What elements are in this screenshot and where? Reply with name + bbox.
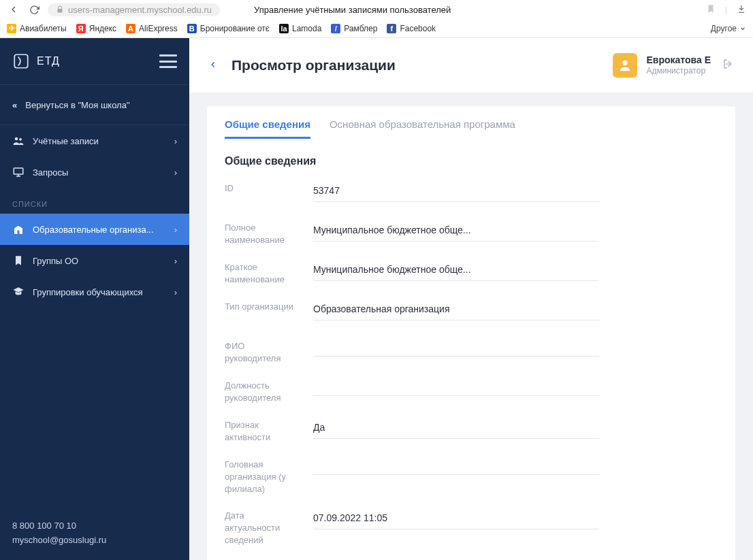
field-label: ФИО руководителя <box>225 340 300 365</box>
svg-point-1 <box>15 137 18 141</box>
field-label: ID <box>225 182 300 195</box>
svg-point-5 <box>622 61 627 65</box>
chevron-down-icon <box>739 25 746 32</box>
svg-rect-0 <box>14 54 28 68</box>
brand[interactable]: ЕТД <box>12 52 60 70</box>
address-bar[interactable]: users-management.myschool.edu.ru <box>48 3 220 16</box>
sidebar-footer: 8 800 100 70 10 myschool@gosuslugi.ru <box>0 519 189 560</box>
graduation-icon <box>12 286 25 298</box>
sidebar-item-requests[interactable]: Запросы › <box>0 157 189 188</box>
field-value <box>313 380 599 396</box>
tab-program[interactable]: Основная образовательная программа <box>330 118 515 139</box>
bookmark-aliexpress[interactable]: AAliExpress <box>126 24 178 33</box>
bookmark-booking[interactable]: BБронирование отє <box>187 24 270 33</box>
field-value <box>313 459 599 475</box>
field-label: Краткое наименование <box>225 261 300 286</box>
svg-rect-3 <box>14 168 23 174</box>
svg-rect-4 <box>18 231 20 234</box>
browser-toolbar: users-management.myschool.edu.ru Управле… <box>0 0 753 19</box>
field-full-name: Полное наименование Муниципальное бюджет… <box>225 215 718 254</box>
bookmarks-bar: ✈Авиабилеты ЯЯндекс AAliExpress BБрониро… <box>0 19 753 38</box>
field-value: Да <box>313 419 599 439</box>
page-title: Просмотр организации <box>231 57 396 73</box>
lock-icon <box>56 5 64 14</box>
section-title: Общие сведения <box>207 139 735 171</box>
field-label: Признак активности <box>225 419 300 444</box>
field-label: Дата актуальности сведений <box>225 510 300 547</box>
tabs: Общие сведения Основная образовательная … <box>207 106 735 139</box>
field-id: ID 53747 <box>225 176 718 215</box>
field-label: Должность руководителя <box>225 380 300 404</box>
bookmark-lamoda[interactable]: laLamoda <box>279 24 321 33</box>
user-block: Еврокатова Е Администратор <box>647 54 711 77</box>
field-label: Головная организация (у филиала) <box>225 459 300 496</box>
field-head-position: Должность руководителя <box>225 373 718 412</box>
field-active: Признак активности Да <box>225 412 718 452</box>
field-value: Муниципальное бюджетное обще... <box>313 261 599 281</box>
field-parent-org: Головная организация (у филиала) <box>225 452 718 503</box>
bookmark-icon[interactable] <box>706 4 716 16</box>
contact-email: myschool@gosuslugi.ru <box>12 533 177 548</box>
field-label: Полное наименование <box>225 222 300 246</box>
field-short-name: Краткое наименование Муниципальное бюдже… <box>225 254 718 294</box>
sidebar-item-student-groups[interactable]: Группировки обучающихся › <box>0 276 189 308</box>
chevron-right-icon: › <box>174 225 177 235</box>
panel-area: Общие сведения Основная образовательная … <box>189 93 753 560</box>
content: Просмотр организации Еврокатова Е Админи… <box>189 38 753 560</box>
back-browser-button[interactable] <box>7 3 20 16</box>
field-value: Муниципальное бюджетное обще... <box>313 222 599 242</box>
user-role: Администратор <box>647 66 711 76</box>
chevron-right-icon: › <box>174 256 177 266</box>
bookmark-aviabilety[interactable]: ✈Авиабилеты <box>7 24 67 33</box>
svg-point-2 <box>19 138 22 141</box>
tab-general[interactable]: Общие сведения <box>225 118 310 139</box>
field-value <box>313 340 599 357</box>
reload-button[interactable] <box>27 3 41 16</box>
field-data-date: Дата актуальности сведений 07.09.2022 11… <box>225 503 718 554</box>
bookmark-yandex[interactable]: ЯЯндекс <box>76 24 116 33</box>
logout-button[interactable] <box>720 57 734 74</box>
menu-toggle[interactable] <box>159 54 177 68</box>
back-button[interactable] <box>208 59 218 73</box>
sidebar-item-edu-orgs[interactable]: Образовательные организа... › <box>0 214 189 245</box>
monitor-icon <box>12 166 25 178</box>
tab-title: Управление учётными записями пользовател… <box>254 5 451 15</box>
url-text: users-management.myschool.edu.ru <box>68 5 212 15</box>
field-value: 07.09.2022 11:05 <box>313 510 599 529</box>
user-name: Еврокатова Е <box>647 54 711 67</box>
building-icon <box>12 223 25 235</box>
bookmark-rambler[interactable]: /Рамблер <box>331 24 377 33</box>
sidebar-back[interactable]: « Вернуться в "Моя школа" <box>0 84 189 125</box>
contact-phone: 8 800 100 70 10 <box>12 519 177 533</box>
field-value: 53747 <box>313 182 599 202</box>
avatar[interactable] <box>613 53 637 78</box>
chevron-right-icon: › <box>174 167 177 178</box>
panel: Общие сведения Основная образовательная … <box>207 106 735 560</box>
chevron-right-icon: › <box>174 287 177 297</box>
chevron-right-icon: › <box>174 136 177 146</box>
download-icon[interactable] <box>737 4 746 16</box>
app-root: ЕТД « Вернуться в "Моя школа" Учётные за… <box>0 38 753 560</box>
users-icon <box>12 135 25 147</box>
bookmark-facebook[interactable]: fFacebook <box>387 24 436 33</box>
form: ID 53747 Полное наименование Муниципальн… <box>207 171 735 560</box>
field-label: Тип организации <box>225 301 300 313</box>
field-value: Образовательная организация <box>313 301 599 320</box>
bookmark-solid-icon <box>12 254 25 267</box>
logo-icon <box>12 52 30 70</box>
sidebar-item-accounts[interactable]: Учётные записи › <box>0 125 189 157</box>
user-icon <box>618 58 632 73</box>
sidebar-item-groups-oo[interactable]: Группы ОО › <box>0 245 189 276</box>
bookmarks-other[interactable]: Другое <box>711 24 746 33</box>
sidebar: ЕТД « Вернуться в "Моя школа" Учётные за… <box>0 38 189 560</box>
sidebar-section-lists: СПИСКИ <box>0 188 189 214</box>
field-head-name: ФИО руководителя <box>225 333 718 373</box>
content-header: Просмотр организации Еврокатова Е Админи… <box>189 38 753 93</box>
field-org-type: Тип организации Образовательная организа… <box>225 294 718 333</box>
divider: | <box>725 5 727 15</box>
